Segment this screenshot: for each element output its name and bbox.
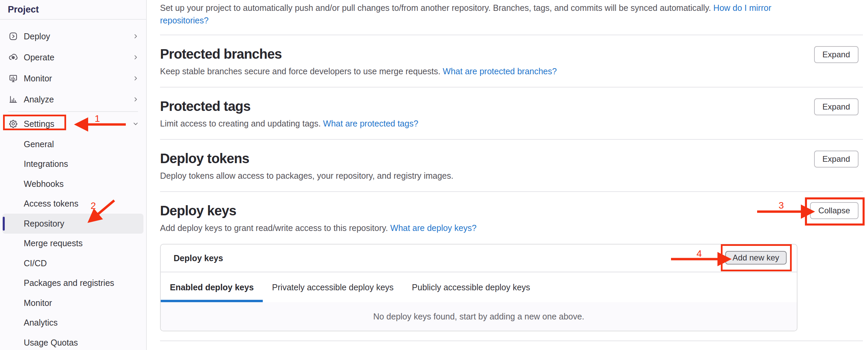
sidebar-item-label: Settings (24, 119, 131, 129)
deploy-keys-empty-state: No deploy keys found, start by adding a … (161, 302, 797, 331)
deploy-keys-card: Deploy keys Add new key Enabled deploy k… (160, 244, 797, 331)
sidebar-item-monitor[interactable]: Monitor (0, 68, 146, 89)
sidebar-item-operate[interactable]: Operate (0, 47, 146, 68)
expand-protected-tags-button[interactable]: Expand (814, 98, 859, 115)
main-content: Set up your project to automatically pus… (147, 0, 868, 341)
analyze-icon (8, 94, 18, 104)
tab-enabled-deploy-keys[interactable]: Enabled deploy keys (161, 272, 263, 302)
operate-icon (8, 52, 18, 62)
section-title: Deploy tokens (160, 150, 863, 167)
settings-submenu: General Integrations Webhooks Access tok… (0, 134, 146, 350)
section-divider (160, 35, 863, 35)
deploy-icon (8, 31, 18, 41)
sidebar-item-general[interactable]: General (0, 134, 146, 154)
annotation-box-add-new-key: Add new key (721, 244, 792, 271)
sidebar-item-usage-quotas[interactable]: Usage Quotas (0, 333, 146, 350)
intro-text: Set up your project to automatically pus… (160, 3, 711, 13)
add-new-key-button[interactable]: Add new key (725, 251, 787, 265)
section-divider (160, 191, 863, 192)
section-divider (160, 341, 863, 341)
section-description: Limit access to creating and updating ta… (160, 117, 863, 130)
sidebar-item-label: Operate (24, 53, 131, 62)
collapse-deploy-keys-button[interactable]: Collapse (810, 202, 859, 219)
mirror-settings-description: Set up your project to automatically pus… (160, 2, 863, 27)
sidebar-nav: Deploy Operate Monitor (0, 20, 146, 350)
sidebar: Project Deploy Operate Monitor (0, 0, 147, 350)
protected-branches-help-link[interactable]: What are protected branches? (443, 66, 557, 76)
section-description: Add deploy keys to grant read/write acce… (160, 222, 863, 234)
sidebar-item-deploy[interactable]: Deploy (0, 26, 146, 47)
sidebar-item-settings[interactable]: Settings (0, 113, 146, 134)
section-protected-branches: Protected branches Expand Keep stable br… (160, 46, 863, 78)
sidebar-item-webhooks[interactable]: Webhooks (0, 174, 146, 194)
chevron-right-icon (131, 53, 140, 62)
sidebar-item-monitor-settings[interactable]: Monitor (0, 293, 146, 313)
sidebar-item-packages-and-registries[interactable]: Packages and registries (0, 273, 146, 293)
tab-publicly-accessible-deploy-keys[interactable]: Publicly accessible deploy keys (403, 272, 539, 302)
sidebar-context-title: Project (0, 0, 146, 20)
deploy-keys-tabs: Enabled deploy keys Privately accessible… (161, 272, 797, 302)
section-deploy-keys: Deploy keys Collapse Add deploy keys to … (160, 202, 863, 331)
sidebar-item-cicd[interactable]: CI/CD (0, 253, 146, 273)
chevron-down-icon (131, 119, 140, 128)
section-protected-tags: Protected tags Expand Limit access to cr… (160, 98, 863, 130)
monitor-icon (8, 73, 18, 83)
sidebar-item-access-tokens[interactable]: Access tokens (0, 194, 146, 214)
tab-privately-accessible-deploy-keys[interactable]: Privately accessible deploy keys (263, 272, 403, 302)
section-divider (160, 139, 863, 140)
sidebar-item-label: Analyze (24, 95, 131, 104)
section-description: Keep stable branches secure and force de… (160, 65, 863, 78)
deploy-keys-help-link[interactable]: What are deploy keys? (390, 223, 476, 233)
settings-icon (8, 119, 18, 129)
sidebar-divider (8, 111, 138, 112)
section-deploy-tokens: Deploy tokens Expand Deploy tokens allow… (160, 150, 863, 182)
deploy-keys-card-header: Deploy keys (161, 245, 797, 272)
sidebar-item-analyze[interactable]: Analyze (0, 89, 146, 110)
section-title: Protected tags (160, 98, 863, 114)
sidebar-item-label: Monitor (24, 74, 131, 83)
section-description: Deploy tokens allow access to packages, … (160, 170, 863, 182)
sidebar-item-integrations[interactable]: Integrations (0, 154, 146, 174)
protected-tags-help-link[interactable]: What are protected tags? (323, 119, 418, 128)
deploy-keys-card-title: Deploy keys (174, 253, 223, 263)
expand-deploy-tokens-button[interactable]: Expand (814, 151, 859, 168)
expand-protected-branches-button[interactable]: Expand (814, 46, 859, 63)
chevron-right-icon (131, 74, 140, 83)
section-divider (160, 87, 863, 88)
chevron-right-icon (131, 95, 140, 104)
section-title: Protected branches (160, 46, 863, 62)
sidebar-item-label: Deploy (24, 32, 131, 41)
sidebar-item-repository[interactable]: Repository (2, 214, 143, 234)
sidebar-item-merge-requests[interactable]: Merge requests (0, 234, 146, 254)
sidebar-item-analytics[interactable]: Analytics (0, 313, 146, 333)
section-title: Deploy keys (160, 202, 863, 219)
annotation-box-collapse: Collapse (805, 197, 865, 226)
chevron-right-icon (131, 32, 140, 41)
